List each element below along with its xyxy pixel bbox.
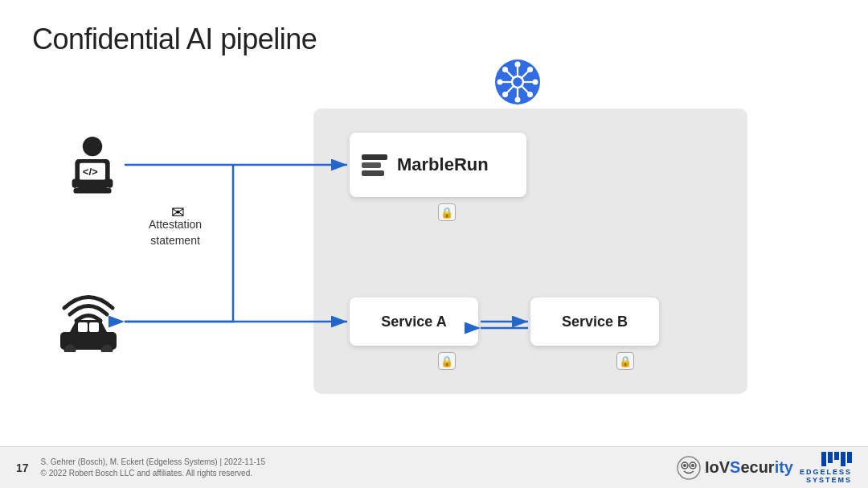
footer: 17 S. Gehrer (Bosch), M. Eckert (Edgeles…	[0, 446, 868, 488]
svg-rect-30	[89, 322, 99, 332]
svg-point-14	[502, 67, 508, 72]
svg-point-10	[515, 62, 521, 68]
footer-logo: IoVSecurity EDGELESS SYSTEMS	[676, 452, 852, 484]
slide-title: Confidential AI pipeline	[32, 23, 317, 56]
svg-point-27	[64, 344, 76, 352]
svg-point-18	[83, 137, 102, 156]
service-a-card: Service A	[350, 297, 478, 346]
svg-text:</>: </>	[83, 166, 98, 178]
svg-point-15	[527, 92, 533, 97]
svg-rect-22	[73, 188, 111, 194]
svg-point-28	[101, 344, 113, 352]
svg-point-41	[691, 464, 694, 467]
service-b-card: Service B	[530, 297, 659, 346]
svg-rect-24	[107, 179, 113, 188]
marblerun-label: MarbleRun	[397, 154, 489, 175]
slide-number: 17	[16, 461, 29, 474]
iovsecurity-text: IoVSecurity	[705, 458, 793, 477]
svg-point-17	[502, 92, 508, 97]
marblerun-card: MarbleRun	[350, 133, 526, 197]
service-a-lock-icon: 🔒	[438, 352, 456, 370]
svg-point-37	[678, 457, 700, 479]
attestation-label: Attestation statement	[149, 217, 202, 248]
marblerun-logo	[362, 154, 387, 176]
svg-point-12	[497, 80, 503, 85]
iovsecurity-logo-icon	[676, 455, 702, 481]
kubernetes-icon	[493, 58, 542, 106]
footer-info: S. Gehrer (Bosch), M. Eckert (Edgeless S…	[41, 457, 265, 479]
svg-point-40	[683, 464, 686, 467]
svg-point-16	[527, 67, 533, 72]
svg-point-11	[515, 97, 521, 103]
marblerun-lock-icon: 🔒	[438, 203, 456, 221]
developer-icon: </>	[64, 135, 121, 199]
car-sensor-icon	[52, 280, 125, 352]
service-b-lock-icon: 🔒	[616, 352, 634, 370]
svg-rect-29	[78, 322, 88, 332]
edgeless-systems-logo: EDGELESS SYSTEMS	[800, 452, 852, 484]
svg-rect-23	[72, 179, 79, 188]
svg-point-13	[533, 80, 538, 85]
